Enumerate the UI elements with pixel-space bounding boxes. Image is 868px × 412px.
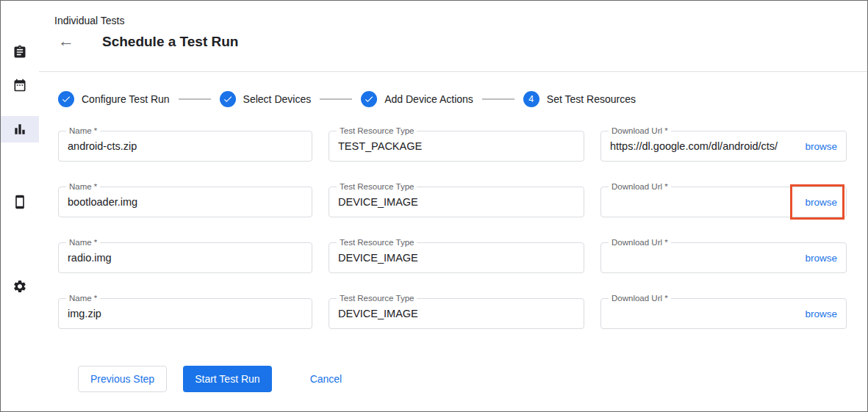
name-field-label: Name * xyxy=(66,126,100,135)
sidebar-item-devices[interactable] xyxy=(1,189,39,215)
name-field-label: Name * xyxy=(66,238,100,247)
app-window: Individual Tests ← Schedule a Test Run C… xyxy=(0,0,868,412)
stepper-connector xyxy=(320,98,352,100)
bar-chart-icon xyxy=(12,122,27,137)
download-url-field[interactable]: Download Url * https://dl.google.com/dl/… xyxy=(600,131,847,162)
step-configure-test-run[interactable]: Configure Test Run xyxy=(58,91,170,107)
name-field-value: android-cts.zip xyxy=(59,140,312,152)
name-field[interactable]: Name * bootloader.img xyxy=(58,187,312,217)
browse-wrap: browse xyxy=(796,307,846,320)
breadcrumb-section-label: Individual Tests xyxy=(54,15,124,26)
resource-type-field-value: DEVICE_IMAGE xyxy=(329,252,584,264)
step-label: Select Devices xyxy=(243,93,312,105)
sidebar xyxy=(1,1,39,411)
step-complete-check-icon xyxy=(220,91,236,107)
sidebar-item-settings[interactable] xyxy=(1,273,39,300)
resource-type-field[interactable]: Test Resource Type TEST_PACKAGE xyxy=(329,131,584,162)
name-field[interactable]: Name * radio.img xyxy=(58,242,312,273)
browse-button[interactable]: browse xyxy=(805,253,837,264)
calendar-icon xyxy=(12,78,27,93)
step-label: Set Test Resources xyxy=(547,93,636,105)
browse-wrap: browse xyxy=(796,140,846,153)
resource-type-field-label: Test Resource Type xyxy=(337,126,417,135)
download-url-field-label: Download Url * xyxy=(609,294,671,303)
browse-wrap: browse xyxy=(796,251,846,264)
sidebar-item-test-runs[interactable] xyxy=(1,116,39,142)
tests-clipboard-icon xyxy=(12,45,27,59)
resource-row: Name * radio.img Test Resource Type DEVI… xyxy=(58,242,847,273)
resource-type-field-label: Test Resource Type xyxy=(337,238,417,247)
resource-type-field-label: Test Resource Type xyxy=(337,182,417,191)
form-actions: Previous Step Start Test Run Cancel xyxy=(78,366,847,392)
stepper-connector xyxy=(179,98,211,100)
browse-button[interactable]: browse xyxy=(805,197,837,208)
sidebar-item-schedule[interactable] xyxy=(1,72,39,98)
resource-type-field[interactable]: Test Resource Type DEVICE_IMAGE xyxy=(329,187,584,217)
name-field-label: Name * xyxy=(66,182,100,191)
name-field[interactable]: Name * img.zip xyxy=(58,298,312,329)
download-url-field[interactable]: Download Url * browse xyxy=(600,298,847,329)
name-field-value: radio.img xyxy=(59,252,312,264)
name-field-label: Name * xyxy=(66,294,100,303)
cancel-button[interactable]: Cancel xyxy=(298,366,354,392)
download-url-field-label: Download Url * xyxy=(609,126,671,135)
previous-step-button[interactable]: Previous Step xyxy=(78,366,167,392)
resource-type-field-label: Test Resource Type xyxy=(337,294,417,303)
smartphone-icon xyxy=(12,195,27,209)
download-url-field-label: Download Url * xyxy=(609,182,671,191)
step-set-test-resources[interactable]: 4 Set Test Resources xyxy=(523,91,636,107)
main-content: Individual Tests ← Schedule a Test Run C… xyxy=(39,1,867,411)
step-select-devices[interactable]: Select Devices xyxy=(220,91,312,107)
browse-button[interactable]: browse xyxy=(805,141,837,152)
step-add-device-actions[interactable]: Add Device Actions xyxy=(361,91,473,107)
name-field-value: img.zip xyxy=(59,308,312,319)
name-field[interactable]: Name * android-cts.zip xyxy=(58,131,312,162)
page-title: Schedule a Test Run xyxy=(102,34,238,50)
name-field-value: bootloader.img xyxy=(59,196,312,208)
resource-type-field[interactable]: Test Resource Type DEVICE_IMAGE xyxy=(329,242,584,273)
step-complete-check-icon xyxy=(58,91,74,107)
download-url-field-label: Download Url * xyxy=(609,238,671,247)
resource-row: Name * bootloader.img Test Resource Type… xyxy=(58,187,847,217)
stepper: Configure Test Run Select Devices Add De… xyxy=(58,91,867,107)
resource-type-field-value: DEVICE_IMAGE xyxy=(329,308,584,319)
step-label: Add Device Actions xyxy=(384,93,473,105)
resource-row: Name * android-cts.zip Test Resource Typ… xyxy=(58,131,847,162)
browse-wrap: browse xyxy=(796,195,846,209)
gear-icon xyxy=(12,279,27,294)
step-complete-check-icon xyxy=(361,91,377,107)
resource-type-field-value: TEST_PACKAGE xyxy=(329,140,584,152)
step-number-badge: 4 xyxy=(523,91,539,107)
page-header: Individual Tests ← Schedule a Test Run xyxy=(39,1,867,72)
back-arrow-icon[interactable]: ← xyxy=(58,32,74,51)
test-resources-form: Name * android-cts.zip Test Resource Typ… xyxy=(58,131,847,392)
sidebar-item-tests[interactable] xyxy=(1,39,39,65)
stepper-connector xyxy=(482,98,514,100)
download-url-field[interactable]: Download Url * browse xyxy=(600,242,847,273)
step-label: Configure Test Run xyxy=(82,93,170,105)
browse-button[interactable]: browse xyxy=(805,308,837,319)
resource-type-field[interactable]: Test Resource Type DEVICE_IMAGE xyxy=(329,298,584,329)
download-url-field-value: https://dl.google.com/dl/android/cts/ xyxy=(601,140,796,152)
resource-type-field-value: DEVICE_IMAGE xyxy=(329,196,584,208)
start-test-run-button[interactable]: Start Test Run xyxy=(183,366,271,392)
download-url-field[interactable]: Download Url * browse xyxy=(600,187,847,217)
resource-row: Name * img.zip Test Resource Type DEVICE… xyxy=(58,298,847,329)
